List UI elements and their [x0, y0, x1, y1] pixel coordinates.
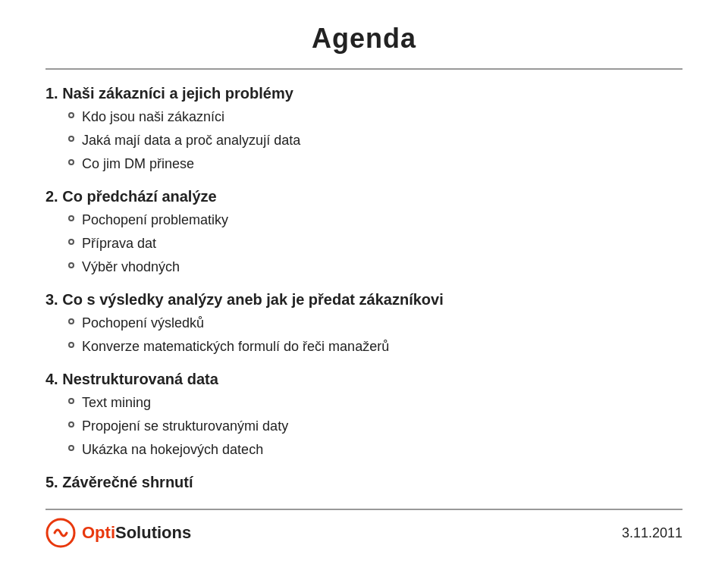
list-item: Pochopení problematiky [46, 210, 682, 230]
list-item: Propojení se strukturovanými daty [46, 416, 682, 437]
title-divider [46, 68, 682, 70]
logo-container: OptiSolutions [46, 518, 191, 548]
agenda-item-1: 1. Naši zákazníci a jejich problémy Kdo … [46, 85, 682, 174]
item-heading-text-5: Závěrečné shrnutí [62, 474, 193, 490]
list-item: Konverze matematických formulí do řeči m… [46, 337, 682, 357]
logo-icon [46, 518, 76, 548]
item-number-5: 5. [46, 474, 58, 490]
footer-divider [46, 509, 682, 510]
item-number-2: 2. [46, 188, 58, 205]
agenda-heading-5: 5. Závěrečné shrnutí [46, 474, 682, 491]
list-item: Ukázka na hokejových datech [46, 440, 682, 460]
bullet-dot [68, 136, 74, 142]
bullet-dot [68, 239, 74, 245]
bullet-list-4: Text mining Propojení se strukturovanými… [46, 393, 682, 460]
item-heading-text-3: Co s výsledky analýzy aneb jak je předat… [62, 291, 443, 308]
list-item: Kdo jsou naši zákazníci [46, 107, 682, 127]
logo-opti-text: Opti [82, 523, 115, 542]
agenda-item-2: 2. Co předchází analýze Pochopení proble… [46, 188, 682, 277]
bullet-dot [68, 398, 74, 404]
bullet-dot [68, 342, 74, 348]
slide-title: Agenda [46, 23, 682, 55]
bullet-dot [68, 445, 74, 451]
bullet-dot [68, 318, 74, 324]
item-heading-text-1: Naši zákazníci a jejich problémy [62, 85, 293, 102]
list-item: Jaká mají data a proč analyzují data [46, 130, 682, 151]
agenda-heading-3: 3. Co s výsledky analýzy aneb jak je pře… [46, 291, 682, 309]
item-heading-text-4: Nestrukturovaná data [62, 371, 218, 387]
logo-text: OptiSolutions [82, 523, 191, 543]
bullet-dot [68, 262, 74, 268]
slide-container: Agenda 1. Naši zákazníci a jejich problé… [0, 0, 728, 567]
list-item: Text mining [46, 393, 682, 413]
agenda-item-5: 5. Závěrečné shrnutí [46, 474, 682, 491]
footer-date: 3.11.2011 [622, 525, 682, 541]
item-heading-text-2: Co předchází analýze [62, 188, 216, 205]
agenda-item-3: 3. Co s výsledky analýzy aneb jak je pře… [46, 291, 682, 357]
logo-solutions-text: Solutions [115, 523, 191, 542]
item-number-1: 1. [46, 85, 58, 102]
bullet-dot [68, 421, 74, 428]
footer: OptiSolutions 3.11.2011 [46, 518, 682, 552]
list-item: Co jim DM přinese [46, 154, 682, 174]
list-item: Výběr vhodných [46, 257, 682, 277]
list-item: Příprava dat [46, 233, 682, 254]
agenda-item-4: 4. Nestrukturovaná data Text mining Prop… [46, 371, 682, 460]
list-item: Pochopení výsledků [46, 313, 682, 334]
title-section: Agenda [46, 23, 682, 55]
bullet-dot [68, 159, 74, 165]
agenda-heading-2: 2. Co předchází analýze [46, 188, 682, 205]
agenda-heading-4: 4. Nestrukturovaná data [46, 371, 682, 388]
content-section: 1. Naši zákazníci a jejich problémy Kdo … [46, 85, 682, 509]
item-number-3: 3. [46, 291, 58, 308]
bullet-dot [68, 112, 74, 118]
agenda-heading-1: 1. Naši zákazníci a jejich problémy [46, 85, 682, 102]
item-number-4: 4. [46, 371, 58, 387]
bullet-list-2: Pochopení problematiky Příprava dat Výbě… [46, 210, 682, 277]
bullet-dot [68, 215, 74, 221]
bullet-list-1: Kdo jsou naši zákazníci Jaká mají data a… [46, 107, 682, 174]
bullet-list-3: Pochopení výsledků Konverze matematickýc… [46, 313, 682, 357]
